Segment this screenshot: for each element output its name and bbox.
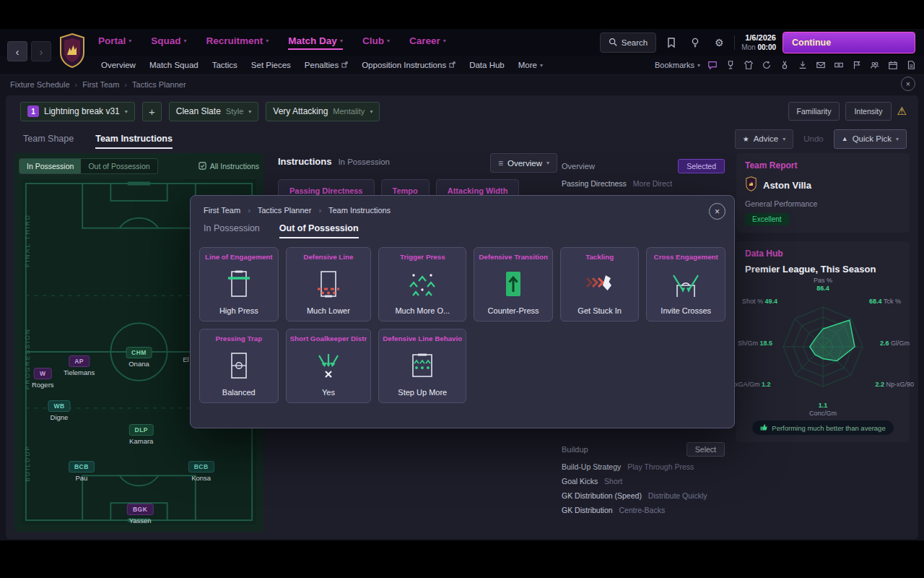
nav-item-portal[interactable]: Portal▾ (98, 35, 131, 50)
forward-button[interactable]: › (31, 41, 51, 61)
card-pressing-trap[interactable]: Pressing Trap Balanced (199, 329, 279, 403)
add-tactic-button[interactable]: + (142, 102, 162, 121)
trigger-press-icon (406, 261, 438, 306)
notes-icon[interactable] (905, 59, 917, 71)
pitch-player[interactable]: WBDigne (48, 400, 70, 421)
kit-icon[interactable] (743, 59, 754, 71)
player-name: El (183, 355, 188, 363)
game-date[interactable]: 1/6/2026 Mon 00:00 (741, 33, 776, 52)
search-button[interactable]: Search (600, 33, 656, 53)
subnav-tactics[interactable]: Tactics (212, 61, 237, 69)
style-selector[interactable]: Clean Slate Style ▾ (169, 102, 259, 121)
warning-icon[interactable]: ⚠ (897, 105, 907, 118)
modal-breadcrumb-tactics-planner[interactable]: Tactics Planner (258, 206, 312, 215)
bookmarks-dropdown[interactable]: Bookmarks▾ (655, 61, 700, 69)
medal-icon[interactable] (779, 59, 790, 71)
nav-item-club[interactable]: Club▾ (362, 35, 390, 50)
player-name: Tielemans (64, 368, 95, 376)
hints-icon[interactable] (687, 34, 704, 51)
card-line-of-engagement[interactable]: Line of Engagement High Press (199, 247, 279, 322)
tab-team-instructions[interactable]: Team Instructions (95, 134, 173, 144)
subnav-overview[interactable]: Overview (101, 61, 136, 69)
bookmark-flag-icon[interactable] (663, 34, 680, 51)
staff-icon[interactable] (869, 59, 881, 71)
nav-item-recruitment[interactable]: Recruitment▾ (206, 35, 269, 50)
breadcrumb-tactics-planner[interactable]: Tactics Planner (132, 80, 186, 89)
close-page-icon[interactable]: × (901, 77, 915, 91)
finances-icon[interactable] (833, 59, 845, 71)
toggle-in-possession[interactable]: In Possession (19, 159, 81, 173)
card-defensive-line[interactable]: Defensive Line Much Lower (286, 247, 372, 322)
breadcrumb-first-team[interactable]: First Team (82, 80, 119, 89)
tactic-selector[interactable]: 1 Lightning break v31 ▾ (20, 102, 135, 121)
card-tackling[interactable]: Tackling Get Stuck In (560, 247, 640, 322)
subnav-data-hub[interactable]: Data Hub (469, 61, 505, 69)
back-button[interactable]: ‹ (7, 41, 27, 61)
continue-button[interactable]: Continue (783, 32, 915, 53)
instruction-row[interactable]: GK Distribution Centre-Backs (562, 506, 725, 514)
breadcrumb: Fixture Schedule › First Team › Tactics … (0, 74, 924, 94)
download-icon[interactable] (797, 59, 808, 71)
gear-icon[interactable]: ⚙ (710, 34, 728, 51)
advice-button[interactable]: ★Advice▾ (735, 129, 794, 149)
style-value: Clean Slate (176, 106, 221, 116)
view-mode-dropdown[interactable]: ≡ Overview ▾ (490, 153, 557, 173)
mentality-selector[interactable]: Very Attacking Mentality ▾ (266, 102, 380, 121)
instruction-row[interactable]: Goal Kicks Short (562, 477, 725, 486)
subnav-set-pieces[interactable]: Set Pieces (251, 61, 291, 69)
pitch-player[interactable]: BCBPau (69, 461, 95, 482)
trophy-icon[interactable] (725, 59, 736, 71)
pitch-player[interactable]: WRogers (32, 368, 54, 389)
club-name[interactable]: Aston Villa (763, 180, 811, 191)
refresh-icon[interactable] (761, 59, 772, 71)
radar-chart-wrap: Pas %86.4 68.4 Tck % 2.6 Gl/Gm 2.2 Np-xG… (746, 286, 899, 406)
card-defensive-transition[interactable]: Defensive Transition Counter-Press (474, 247, 553, 322)
undo-button[interactable]: Undo (803, 134, 824, 143)
modal-tab-in-possession[interactable]: In Possession (204, 223, 260, 238)
modal-close-icon[interactable]: × (709, 203, 725, 220)
all-instructions-toggle[interactable]: All Instructions (199, 162, 259, 171)
card-trigger-press[interactable]: Trigger Press Much More O... (378, 247, 466, 322)
pitch-player[interactable]: DLPKamara (129, 424, 154, 445)
flag-icon[interactable] (851, 59, 863, 71)
modal-tab-out-of-possession[interactable]: Out of Possession (279, 223, 359, 238)
modal-breadcrumb-team-instructions[interactable]: Team Instructions (328, 206, 391, 215)
selected-button[interactable]: Selected (678, 159, 725, 173)
familiarity-meter[interactable]: Familiarity (788, 102, 840, 121)
subnav-penalties[interactable]: Penalties (305, 61, 348, 69)
inbox-chat-icon[interactable] (707, 59, 718, 71)
club-crest[interactable] (58, 33, 87, 72)
select-button[interactable]: Select (687, 442, 725, 457)
toggle-out-of-possession[interactable]: Out of Possession (81, 159, 157, 173)
instruction-row[interactable]: Passing Directness More Direct (562, 179, 725, 188)
pitch-player[interactable]: El (183, 355, 188, 363)
nav-item-squad[interactable]: Squad▾ (151, 35, 186, 50)
modal-breadcrumb-first-team[interactable]: First Team (204, 206, 240, 215)
subnav-more[interactable]: More▾ (518, 61, 543, 69)
nav-label: Squad (151, 35, 180, 46)
pitch-player[interactable]: BCBKonsa (188, 461, 214, 482)
intensity-meter[interactable]: Intensity (845, 102, 891, 121)
nav-item-career[interactable]: Career▾ (409, 35, 446, 50)
quick-pick-button[interactable]: ▲Quick Pick▾ (834, 129, 907, 149)
position-pill: AP (69, 355, 90, 367)
pitch-player[interactable]: CHMOnana (126, 347, 152, 368)
subnav-opposition-instructions[interactable]: Opposition Instructions (362, 61, 456, 69)
buildup-section-title: Buildup (562, 445, 588, 454)
card-cross-engagement[interactable]: Cross Engagement Invite Crosses (646, 247, 725, 322)
pressing-trap-icon (223, 342, 255, 388)
instruction-row[interactable]: GK Distribution (Speed) Distribute Quick… (562, 491, 725, 500)
breadcrumb-fixture-schedule[interactable]: Fixture Schedule (10, 80, 70, 89)
pitch-player[interactable]: BGKYassen (127, 504, 153, 525)
card-defensive-line-behaviour[interactable]: Defensive Line Behavio Step Up More (378, 329, 466, 403)
tab-team-shape[interactable]: Team Shape (23, 134, 74, 144)
pitch-player[interactable]: APTielemans (64, 355, 95, 376)
club-crest-small (745, 176, 757, 194)
card-short-goalkeeper-distribution[interactable]: Short Goalkeeper Distr Yes (286, 329, 372, 403)
subnav-match-squad[interactable]: Match Squad (149, 61, 199, 69)
player-name: Pau (75, 474, 87, 482)
instruction-row[interactable]: Build-Up Strategy Play Through Press (562, 462, 725, 471)
mail-icon[interactable] (815, 59, 827, 71)
nav-item-match-day[interactable]: Match Day▾ (288, 35, 343, 50)
calendar-icon[interactable] (887, 59, 899, 71)
